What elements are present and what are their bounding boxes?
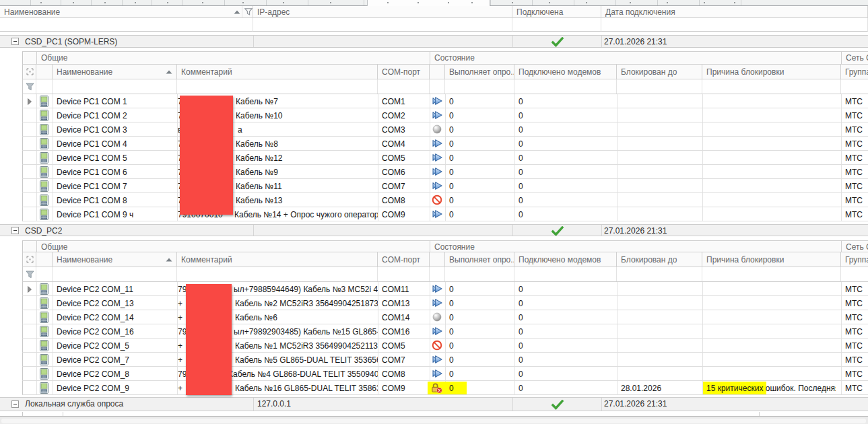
device-row[interactable]: Device PC1 COM 87Кабель №13COM800МТС [22, 193, 868, 207]
detail-filter-cell[interactable] [702, 267, 841, 281]
device-name: Device PC1 COM 7 [57, 182, 127, 191]
device-row[interactable]: Device PC2 COM_1179ыл+79885944649) Кабел… [22, 282, 868, 296]
device-name: Device PC1 COM 6 [57, 168, 127, 177]
outer-column-header-ip[interactable]: IP-адрес [253, 6, 512, 18]
detail-column-header-blocked_until[interactable]: Блокирован до [617, 252, 702, 267]
collapse-button[interactable] [11, 227, 19, 234]
detail-column-header-blank[interactable] [430, 65, 445, 79]
cell-divider [430, 310, 430, 324]
outer-filter-cell-connected[interactable] [512, 18, 601, 32]
detail-column-header-group[interactable]: Группа [841, 65, 868, 79]
device-row[interactable]: Device PC1 COM 47Кабель №8COM400МТС [22, 137, 868, 151]
detail-column-header-name[interactable]: Наименование [53, 252, 177, 267]
detail-filter-cell[interactable] [53, 267, 177, 281]
device-row[interactable]: Device PC1 COM 17Кабель №7COM100МТС [22, 94, 868, 108]
device-row[interactable]: Device PC2 COM_879Кабель №4 GL868-DUAL T… [22, 367, 868, 381]
device-row[interactable]: Device PC2 COM_1679ыл+79892903485) Кабел… [22, 324, 868, 339]
cell-divider [617, 324, 617, 338]
device-row[interactable]: Device PC1 COM 3ваCOM300МТС [22, 122, 868, 137]
outer-filter-cell-ip[interactable] [253, 18, 512, 32]
group-row[interactable]: CSD_PC1 (SOPM-LERS)27.01.2026 21:31 [0, 35, 868, 48]
detail-filter-cell[interactable] [378, 79, 430, 94]
detail-column-header-blank[interactable] [36, 252, 53, 267]
detail-filter-cell[interactable] [430, 79, 445, 94]
detail-column-header-block_reason[interactable]: Причина блокировки [702, 65, 841, 79]
band-header-general[interactable]: Общие [36, 52, 430, 64]
group-row-divider [512, 398, 513, 411]
detail-filter-cell[interactable] [702, 79, 841, 94]
device-row[interactable]: Device PC1 COM 67Кабель №9COM600МТС [22, 165, 868, 179]
bottom-scrollbar-track[interactable] [1, 419, 866, 423]
group-row[interactable]: Локальная служба опроса127.0.0.127.01.20… [0, 397, 868, 411]
band-header-label: Состояние [434, 53, 475, 63]
detail-filter-cell[interactable] [514, 267, 617, 281]
detail-filter-cell[interactable] [841, 79, 868, 94]
detail-filter-cell[interactable] [378, 267, 430, 281]
detail-filter-cell[interactable] [617, 79, 702, 94]
device-icon [40, 138, 48, 149]
group-row[interactable]: CSD_PC227.01.2026 21:31 [0, 224, 868, 236]
detail-column-header-polling[interactable]: Выполняет опро... [445, 252, 514, 267]
outer-column-header-connected_date[interactable]: Дата подключения [601, 6, 868, 18]
band-header-state[interactable]: Состояние [430, 241, 841, 252]
tab-strip[interactable] [0, 0, 868, 6]
collapse-button[interactable] [11, 38, 19, 45]
outer-filter-cell-name[interactable] [0, 18, 253, 32]
cell-divider [617, 310, 617, 324]
detail-column-header-blank[interactable] [23, 65, 36, 79]
detail-column-header-com_port[interactable]: COM-порт [378, 65, 430, 79]
device-row[interactable]: Device PC1 COM 27Кабель №10COM200МТС [22, 108, 868, 122]
detail-column-header-block_reason[interactable]: Причина блокировки [702, 252, 841, 267]
device-row[interactable]: Device PC1 COM 57Кабель №12COM500МТС [22, 151, 868, 165]
device-row[interactable]: Device PC2 COM_14+Кабель №6COM1400МТС [22, 310, 868, 324]
outer-column-header-connected[interactable]: Подключена [512, 6, 601, 18]
detail-column-header-blank[interactable] [430, 252, 445, 267]
detail-column-header-name[interactable]: Наименование [53, 65, 177, 79]
cell-divider [841, 137, 842, 150]
detail-column-header-com_port[interactable]: COM-порт [378, 252, 430, 267]
detail-filter-cell[interactable] [514, 79, 617, 94]
detail-column-header-group[interactable]: Группа [841, 252, 868, 267]
detail-filter-cell[interactable] [53, 79, 177, 94]
band-header-general[interactable]: Общие [36, 241, 430, 252]
device-name-cell: Device PC1 COM 1 [53, 94, 177, 108]
device-row[interactable]: Device PC2 COM_13+Кабель №2 MC52iR3 3564… [22, 296, 868, 310]
outer-filter-cell-connected_date[interactable] [601, 18, 868, 32]
band-header-gsm_network[interactable]: Сеть GSM [841, 52, 868, 64]
detail-filter-cell[interactable] [445, 79, 514, 94]
detail-column-header-blocked_until[interactable]: Блокирован до [617, 65, 702, 79]
detail-column-header-modems_connected[interactable]: Подключено модемов [514, 252, 617, 267]
detail-column-header-blank[interactable] [36, 65, 53, 79]
device-row[interactable]: Device PC2 COM_9+Кабель №16 GL865-DUAL T… [22, 381, 868, 395]
device-name: Device PC2 COM_5 [57, 341, 129, 351]
device-row[interactable]: Device PC2 COM_5+Кабель №1 MC52iR3 35649… [22, 339, 868, 353]
run-status-icon [432, 283, 443, 294]
detail-filter-cell[interactable] [617, 267, 702, 281]
detail-filter-cell[interactable] [23, 79, 36, 94]
detail-column-header-comment[interactable]: Комментарий [177, 252, 378, 267]
detail-filter-cell[interactable] [841, 267, 868, 281]
band-header-gsm_network[interactable]: Сеть GSM [841, 241, 868, 252]
detail-filter-cell[interactable] [445, 267, 514, 281]
outer-column-header-name[interactable]: Наименование [0, 6, 253, 18]
device-row[interactable]: Device PC1 COM 77Кабель №11COM700МТС [22, 179, 868, 193]
detail-column-header-blank[interactable] [23, 252, 36, 267]
detail-filter-cell[interactable] [23, 267, 36, 281]
detail-filter-cell[interactable] [177, 267, 378, 281]
detail-filter-cell[interactable] [430, 267, 445, 281]
detail-filter-cell[interactable] [36, 79, 53, 94]
band-header-state[interactable]: Состояние [430, 52, 841, 64]
cell-divider [430, 207, 430, 221]
cell-divider [702, 94, 703, 108]
collapse-button[interactable] [11, 400, 19, 408]
detail-filter-cell[interactable] [36, 267, 53, 281]
detail-column-header-comment[interactable]: Комментарий [177, 65, 378, 79]
detail-filter-cell[interactable] [177, 79, 378, 94]
device-com-port: COM14 [382, 313, 409, 322]
tab-label-fragment [283, 2, 284, 3]
device-gsm-group: МТС [845, 384, 863, 393]
detail-column-header-modems_connected[interactable]: Подключено модемов [514, 65, 617, 79]
device-row[interactable]: Device PC1 COM 9 ч7910070010Кабель №14 +… [22, 207, 868, 221]
detail-column-header-polling[interactable]: Выполняет опро... [445, 65, 514, 79]
device-row[interactable]: Device PC2 COM_7+Кабель №5 GL865-DUAL TE… [22, 353, 868, 367]
